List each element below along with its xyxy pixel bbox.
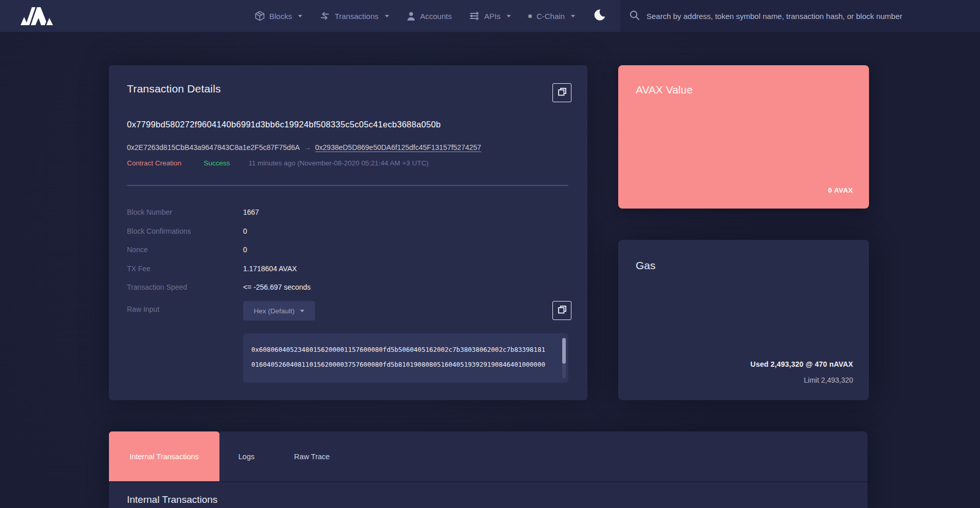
hex-line: 0160405260408110156200003757600080fd5b81… xyxy=(251,357,555,372)
timestamp: 11 minutes ago (November-08-2020 05:21:4… xyxy=(248,159,429,167)
avax-value-amount: 0 AVAX xyxy=(828,186,853,194)
nav-item-c-chain[interactable]: C-Chain xyxy=(528,12,575,21)
person-icon xyxy=(406,11,416,21)
copy-icon xyxy=(558,87,567,99)
tab-internal-transactions[interactable]: Internal Transactions xyxy=(109,431,219,481)
field-label: Block Confirmations xyxy=(127,228,243,235)
nav-item-transactions[interactable]: Transactions xyxy=(320,11,389,21)
from-address: 0x2E7263d815CbB43a9647843C8a1e2F5c87F75d… xyxy=(127,143,300,152)
avax-value-card: AVAX Value 0 AVAX xyxy=(618,65,869,209)
gas-used-value: Used 2,493,320 @ 470 nAVAX xyxy=(750,360,853,368)
divider xyxy=(127,185,568,186)
arrow-right-icon: → xyxy=(304,143,311,152)
theme-toggle-button[interactable] xyxy=(594,9,606,23)
transaction-hash: 0x7799bd580272f9604140b6991d3bb6c19924bf… xyxy=(127,120,441,129)
copy-icon xyxy=(558,305,567,316)
gas-card: Gas Used 2,493,320 @ 470 nAVAX Limit 2,4… xyxy=(618,240,869,400)
copy-raw-input-button[interactable] xyxy=(552,301,571,320)
tab-raw-trace[interactable]: Raw Trace xyxy=(273,431,350,481)
gas-limit-value: Limit 2,493,320 xyxy=(804,376,853,384)
nav-item-blocks[interactable]: Blocks xyxy=(255,11,302,21)
transaction-details-card: Transaction Details 0x7799bd580272f96041… xyxy=(109,65,587,400)
nav-item-label: Accounts xyxy=(420,12,452,21)
chevron-down-icon xyxy=(300,310,304,312)
avax-value-title: AVAX Value xyxy=(636,84,693,96)
nav-item-label: Blocks xyxy=(269,12,292,21)
sliders-icon xyxy=(469,11,479,21)
nav-item-accounts[interactable]: Accounts xyxy=(406,11,452,21)
tab-bar: Internal Transactions Logs Raw Trace xyxy=(109,431,867,482)
transaction-addresses: 0x2E7263d815CbB43a9647843C8a1e2F5c87F75d… xyxy=(127,143,481,152)
field-value: 0 xyxy=(243,246,247,253)
chevron-down-icon xyxy=(385,15,389,17)
hex-line: 0x60806040523480156200001157600080fd5b50… xyxy=(251,342,555,357)
field-row-transaction-speed: Transaction Speed <= -256.697 seconds xyxy=(127,284,311,291)
nav-item-label: Transactions xyxy=(335,12,378,21)
gas-title: Gas xyxy=(636,259,656,272)
raw-input-hex-data[interactable]: 0x60806040523480156200001157600080fd5b50… xyxy=(243,333,568,383)
field-row-block-number: Block Number 1667 xyxy=(127,209,311,216)
transaction-status-row: Contract Creation Success 11 minutes ago… xyxy=(127,159,429,167)
transaction-tabs-section: Internal Transactions Logs Raw Trace Int… xyxy=(109,431,867,508)
detail-fields: Block Number 1667 Block Confirmations 0 … xyxy=(127,209,311,303)
search-input[interactable] xyxy=(646,12,975,21)
raw-input-format-select[interactable]: Hex (Default) xyxy=(243,301,315,321)
search-icon xyxy=(629,10,640,23)
field-row-nonce: Nonce 0 xyxy=(127,246,311,253)
raw-input-format-value: Hex (Default) xyxy=(254,307,295,315)
field-label: Nonce xyxy=(127,246,243,253)
field-row-tx-fee: TX Fee 1.1718604 AVAX xyxy=(127,265,311,272)
chevron-down-icon xyxy=(507,15,511,17)
card-title: Transaction Details xyxy=(127,83,221,95)
field-value: 1667 xyxy=(243,209,259,216)
copy-transaction-button[interactable] xyxy=(552,83,571,102)
chain-dot-icon xyxy=(528,14,532,18)
cube-icon xyxy=(255,11,265,21)
swap-arrows-icon xyxy=(320,11,330,21)
top-navbar: Blocks Transactions xyxy=(0,0,980,32)
field-label: Block Number xyxy=(127,209,243,216)
nav-item-label: APIs xyxy=(484,12,501,21)
scrollbar-thumb[interactable] xyxy=(562,338,566,364)
field-value: 0 xyxy=(243,228,247,235)
moon-icon xyxy=(594,9,606,23)
field-label: Transaction Speed xyxy=(127,284,243,291)
transaction-type: Contract Creation xyxy=(127,159,181,167)
to-address-link[interactable]: 0x2938eD5D869e50DA6f125dfc45F13157f52742… xyxy=(315,143,481,152)
chevron-down-icon xyxy=(571,15,575,17)
nav-menu: Blocks Transactions xyxy=(255,0,606,32)
nav-item-apis[interactable]: APIs xyxy=(469,11,511,21)
tab-logs[interactable]: Logs xyxy=(219,431,273,481)
field-label: TX Fee xyxy=(127,265,243,272)
avalanche-logo-icon[interactable] xyxy=(20,6,53,26)
nav-item-label: C-Chain xyxy=(537,12,565,21)
field-value: <= -256.697 seconds xyxy=(243,284,311,291)
raw-input-label: Raw Input xyxy=(127,305,159,313)
panel-heading: Internal Transactions xyxy=(127,494,217,505)
field-value: 1.1718604 AVAX xyxy=(243,265,297,272)
field-row-block-confirmations: Block Confirmations 0 xyxy=(127,228,311,235)
chevron-down-icon xyxy=(298,15,302,17)
search-bar xyxy=(620,0,980,32)
status-badge: Success xyxy=(204,159,230,167)
block-explorer-page: Blocks Transactions xyxy=(0,0,980,508)
